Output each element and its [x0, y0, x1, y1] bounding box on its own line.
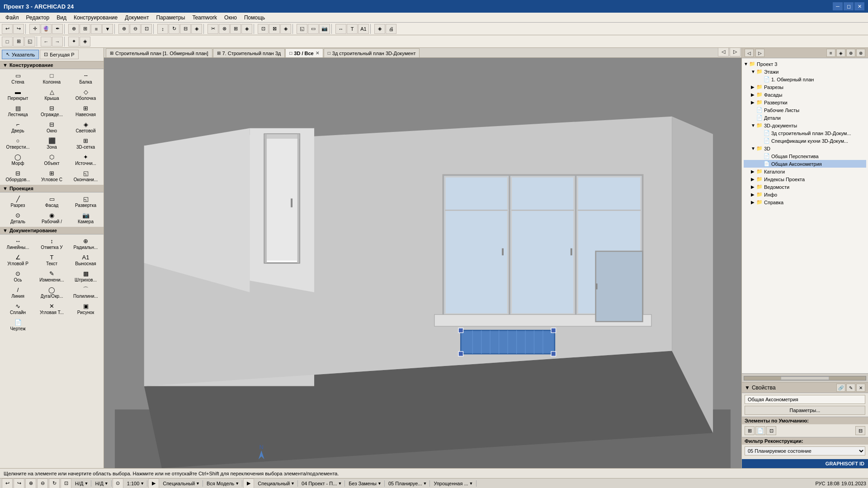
props-close-btn[interactable]: ✕	[856, 384, 865, 392]
tree-3d-doc2[interactable]: 📄 Спецификации кухни 3D-Докум...	[744, 137, 866, 145]
undo-button[interactable]: ↩	[2, 24, 13, 34]
move-button[interactable]: ↕	[157, 24, 168, 34]
tool-shell[interactable]: ◇Оболочка	[69, 86, 103, 103]
nav-delete-btn[interactable]: ⊗	[856, 49, 865, 57]
redo-button[interactable]: ↪	[13, 24, 24, 34]
pointer-selector[interactable]: ↖ Указатель	[2, 50, 39, 59]
tool-axis[interactable]: ⊙Ось	[1, 268, 35, 284]
tree-arrow-indexes[interactable]: ▶	[751, 177, 756, 182]
tab-floor-plan[interactable]: ⊞ Строительный план [1. Обмерный план]	[106, 48, 212, 57]
offset-button[interactable]: ◈	[191, 24, 202, 34]
text-button[interactable]: T	[347, 24, 358, 34]
tool-unfold[interactable]: ◱Развертка	[69, 193, 103, 210]
tab-next-button[interactable]: ▷	[730, 48, 741, 56]
tree-perspective[interactable]: 📄 Общая Перспектива	[744, 152, 866, 160]
tree-floor1[interactable]: 📄 1. Обмерный план	[744, 75, 866, 83]
tool-slab[interactable]: ▬Перекрыт	[1, 86, 35, 103]
snap-lock-btn[interactable]: ⊙	[113, 479, 123, 488]
detail-level[interactable]: Упрощенная ... ▼	[431, 480, 476, 487]
tool-picture[interactable]: ▣Рисунок	[69, 300, 103, 317]
props-params-button[interactable]: Параметры...	[745, 406, 865, 415]
zoom-out-button[interactable]: ⊖	[130, 24, 141, 34]
tool-stair[interactable]: ▤Лестница	[1, 103, 35, 119]
tool-skylight[interactable]: ◈Световой	[69, 119, 103, 135]
navigate-fwd-button[interactable]: →	[52, 37, 63, 47]
tool-equipment[interactable]: ⊟Оборудов...	[1, 168, 35, 184]
solid-ops-button[interactable]: ◈	[241, 24, 252, 34]
label-button[interactable]: A1	[358, 24, 369, 34]
tree-arrow-unfolds[interactable]: ▶	[751, 100, 756, 105]
nav-collapse-btn[interactable]: ◁	[745, 49, 754, 57]
coord-x[interactable]: Н/Д ▼	[72, 480, 91, 487]
tool-hole[interactable]: ○Отверсти...	[1, 135, 35, 151]
tree-project[interactable]: ▼ 📁 Проект 3	[744, 60, 866, 68]
default-btn-2[interactable]: 📄	[755, 426, 765, 435]
tool-change[interactable]: ✎Изменени...	[35, 268, 69, 284]
tree-schedules[interactable]: ▶ 📁 Ведомости	[744, 183, 866, 191]
tool-angle-text[interactable]: ✕Угловая Т...	[35, 300, 69, 317]
tree-arrow-help[interactable]: ▶	[751, 200, 756, 205]
override[interactable]: Без Замены ▼	[346, 480, 385, 487]
lock-button[interactable]: ◈	[280, 24, 291, 34]
tab-3d-doc[interactable]: □ 3д строительный план 3D-Документ	[324, 48, 420, 57]
scale-apply-btn[interactable]: ▶	[148, 479, 159, 488]
connect-button[interactable]: ⊞	[230, 24, 241, 34]
tool-arc[interactable]: ◯Дуга/Окр...	[35, 284, 69, 300]
fill-button[interactable]: ◈	[374, 24, 385, 34]
tool-polyline[interactable]: ⌒Полилини...	[69, 284, 103, 300]
tool-wall[interactable]: ▭Стена	[1, 70, 35, 86]
menu-file[interactable]: Файл	[2, 13, 23, 22]
tree-floors[interactable]: ▼ 📁 Этажи	[744, 68, 866, 75]
magic-wand-button[interactable]: 🔮	[41, 24, 52, 34]
h-scrollbar-thumb[interactable]	[781, 376, 830, 380]
tool-radial-dim[interactable]: ⊕Радиальн...	[69, 235, 103, 252]
project-phase[interactable]: 04 Проект - П... ▼	[299, 480, 345, 487]
tree-worksheets[interactable]: 📄 Рабочие Листы	[744, 106, 866, 114]
tool-corner[interactable]: ⊞Угловое С	[35, 168, 69, 184]
nav-expand-btn[interactable]: ▷	[755, 49, 764, 57]
scale-item[interactable]: 1:100 ▼	[124, 480, 147, 487]
model-view-apply-btn[interactable]: ▶	[243, 479, 254, 488]
elevation-button[interactable]: ▭	[308, 24, 319, 34]
group-button[interactable]: ⊡	[258, 24, 269, 34]
print-button[interactable]: 🖨	[386, 24, 396, 34]
snap-button[interactable]: ⊕	[68, 24, 79, 34]
trim-button[interactable]: ✂	[208, 24, 218, 34]
tool-spline[interactable]: ∿Сплайн	[1, 300, 35, 317]
camera-button[interactable]: 📷	[319, 24, 330, 34]
tool-detail[interactable]: ⊙Деталь	[1, 210, 35, 226]
tool-drawing[interactable]: 📄Чертеж	[1, 317, 35, 333]
on-screen-view[interactable]: Специальный ▼	[255, 480, 298, 487]
tool-section[interactable]: ╱Разрез	[1, 193, 35, 210]
tree-facades[interactable]: ▶ 📁 Фасады	[744, 91, 866, 99]
menu-view[interactable]: Вид	[53, 13, 70, 22]
tool-linear-dim[interactable]: ↔Линейны...	[1, 235, 35, 252]
split-button[interactable]: ⊗	[219, 24, 230, 34]
tab-floor-plan-3d[interactable]: ⊞ 7. Строительный план 3д	[213, 48, 285, 57]
tool-door[interactable]: ⌐Дверь	[1, 119, 35, 135]
tree-details[interactable]: 📄 Детали	[744, 114, 866, 122]
zoom-out-btn-2[interactable]: ⊖	[37, 479, 48, 488]
tool-angle-dim[interactable]: ∠Угловой Р	[1, 252, 35, 268]
tool-text[interactable]: TТекст	[35, 252, 69, 268]
tool-source[interactable]: ✦Источни...	[69, 151, 103, 168]
zoom-in-button[interactable]: ⊕	[118, 24, 129, 34]
tree-help[interactable]: ▶ 📁 Справка	[744, 198, 866, 206]
tab-prev-button[interactable]: ◁	[718, 48, 729, 56]
surface-button[interactable]: ◈	[80, 37, 90, 47]
ungroup-button[interactable]: ⊠	[269, 24, 280, 34]
tree-axonometry[interactable]: 📄 Общая Аксонометрия	[744, 160, 866, 168]
filter-button[interactable]: ▼	[102, 24, 113, 34]
floor-plan-button[interactable]: ⊞	[13, 37, 24, 47]
tool-roof[interactable]: △Крыша	[35, 86, 69, 103]
orbit-btn[interactable]: ↻	[49, 479, 60, 488]
props-edit-btn[interactable]: ✎	[846, 384, 855, 392]
restore-button[interactable]: ◻	[844, 2, 854, 10]
tree-arrow-catalogs[interactable]: ▶	[751, 169, 756, 174]
menu-params[interactable]: Параметры	[152, 13, 189, 22]
nav-place-btn[interactable]: ⊕	[846, 49, 855, 57]
mirror-button[interactable]: ⊟	[180, 24, 191, 34]
tree-sections[interactable]: ▶ 📁 Разрезы	[744, 83, 866, 91]
tree-3d[interactable]: ▼ 📁 3D	[744, 145, 866, 152]
nav-settings-btn[interactable]: ≡	[826, 49, 835, 57]
